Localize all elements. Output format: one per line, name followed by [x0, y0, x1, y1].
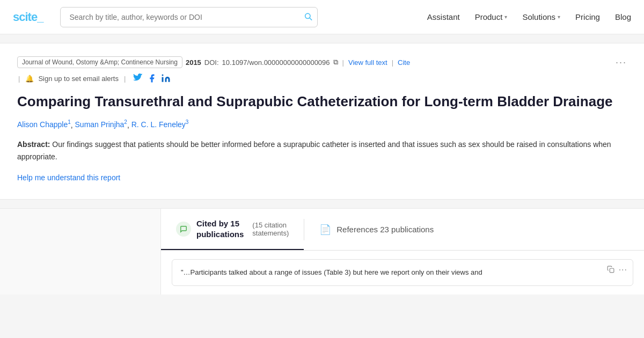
nav-pricing[interactable]: Pricing — [575, 12, 600, 21]
author-1-link[interactable]: Alison Chapple1 — [17, 120, 71, 129]
citation-text: "…Participants talked about a range of i… — [181, 268, 482, 276]
nav-links: Assistant Product ▾ Solutions ▾ Pricing … — [427, 12, 631, 21]
left-panel — [0, 209, 161, 295]
nav-blog[interactable]: Blog — [615, 12, 631, 21]
journal-name: Journal of Wound, Ostomy &Amp; Continenc… — [17, 56, 182, 68]
nav-product[interactable]: Product ▾ — [475, 12, 508, 21]
help-link[interactable]: Help me understand this report — [17, 173, 120, 182]
meta-row: Journal of Wound, Ostomy &Amp; Continenc… — [17, 56, 627, 68]
nav-blog-label: Blog — [615, 12, 631, 21]
cited-by-line2: publications — [196, 229, 244, 240]
pipe-divider-1: | — [342, 58, 344, 67]
svg-point-2 — [162, 75, 164, 76]
publication-year: 2015 — [186, 58, 201, 67]
copy-citation-button[interactable] — [607, 266, 614, 275]
nav-solutions[interactable]: Solutions ▾ — [522, 12, 560, 21]
nav-assistant-label: Assistant — [427, 12, 460, 21]
copy-icon — [607, 266, 614, 273]
abstract: Abstract: Our findings suggest that pati… — [17, 138, 627, 163]
product-chevron-icon: ▾ — [504, 14, 507, 20]
logo-text: scite_ — [13, 10, 43, 24]
search-icon — [304, 12, 312, 20]
references-label: References 23 publications — [336, 225, 434, 234]
abstract-text: Our findings suggest that patients shoul… — [17, 140, 611, 160]
pipe-divider-3: | — [18, 75, 20, 83]
tabs-row: Cited by 15 publications (15 citation st… — [161, 209, 644, 251]
author-2-link[interactable]: Suman Prinjha2 — [75, 120, 127, 129]
pipe-divider-4: | — [124, 75, 126, 83]
more-citation-options-button[interactable]: ··· — [619, 265, 627, 275]
cited-by-icon — [176, 222, 191, 237]
nav-product-label: Product — [475, 12, 503, 21]
tab-references[interactable]: 📄 References 23 publications — [304, 214, 449, 245]
nav-pricing-label: Pricing — [575, 12, 600, 21]
references-icon: 📄 — [319, 224, 331, 236]
navbar: scite_ Assistant Product ▾ Solutions ▾ P… — [0, 0, 644, 34]
linkedin-icon[interactable] — [161, 74, 171, 83]
authors: Alison Chapple1, Suman Prinjha2, R. C. L… — [17, 120, 627, 129]
speech-bubble-icon — [180, 225, 187, 233]
more-options-button[interactable]: ··· — [616, 57, 627, 68]
doi-label: DOI: — [204, 58, 219, 67]
author-3-sup: 3 — [186, 120, 189, 126]
twitter-icon[interactable] — [133, 74, 143, 83]
citation-card: "…Participants talked about a range of i… — [172, 259, 633, 286]
copy-icon[interactable]: ⧉ — [333, 58, 338, 67]
search-input[interactable] — [60, 7, 318, 27]
site-logo[interactable]: scite_ — [13, 10, 43, 24]
nav-assistant[interactable]: Assistant — [427, 12, 460, 21]
search-wrapper — [60, 7, 318, 27]
alerts-row: | 🔔 Sign up to set email alerts | — [17, 74, 627, 83]
svg-line-1 — [310, 18, 312, 20]
view-full-text-link[interactable]: View full text — [348, 58, 387, 67]
author-3-link[interactable]: R. C. L. Feneley3 — [131, 120, 189, 129]
svg-rect-3 — [610, 268, 614, 273]
right-panel: Cited by 15 publications (15 citation st… — [161, 209, 644, 295]
social-icons — [133, 74, 171, 83]
bottom-section: Cited by 15 publications (15 citation st… — [0, 208, 644, 295]
bell-icon: 🔔 — [25, 75, 34, 83]
tab-cited-by[interactable]: Cited by 15 publications (15 citation st… — [161, 209, 304, 250]
pipe-divider-2: | — [392, 58, 393, 67]
solutions-chevron-icon: ▾ — [558, 14, 560, 20]
citation-card-actions: ··· — [607, 265, 627, 275]
cited-by-line1: Cited by 15 — [196, 218, 244, 229]
citation-statements-1: (15 citation — [252, 221, 289, 229]
cite-link[interactable]: Cite — [398, 58, 410, 67]
facebook-icon[interactable] — [147, 74, 157, 83]
doi-value: 10.1097/won.00000000000000096 — [222, 58, 330, 67]
alert-label[interactable]: Sign up to set email alerts — [38, 75, 119, 83]
search-button[interactable] — [304, 12, 312, 22]
nav-solutions-label: Solutions — [522, 12, 555, 21]
paper-details: Journal of Wound, Ostomy &Amp; Continenc… — [0, 43, 644, 200]
citation-statements-2: statements) — [252, 229, 289, 237]
paper-title: Comparing Transurethral and Suprapubic C… — [17, 93, 627, 111]
abstract-label: Abstract: — [17, 140, 50, 149]
